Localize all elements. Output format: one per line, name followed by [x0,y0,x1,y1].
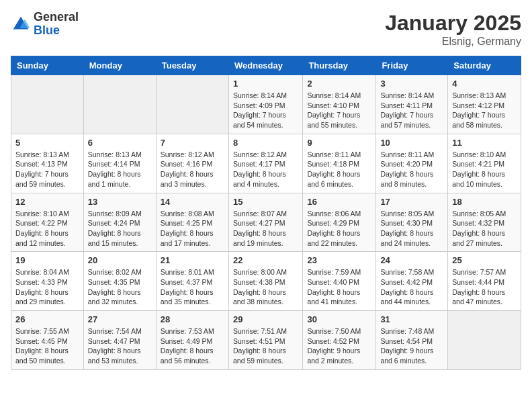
calendar-cell: 25 Sunrise: 7:57 AMSunset: 4:44 PMDaylig… [448,252,521,311]
day-detail: Sunrise: 7:50 AMSunset: 4:52 PMDaylight:… [307,326,371,366]
calendar-week-row: 26 Sunrise: 7:55 AMSunset: 4:45 PMDaylig… [11,311,521,370]
day-detail: Sunrise: 7:53 AMSunset: 4:49 PMDaylight:… [161,326,224,366]
day-number: 13 [88,197,152,207]
weekday-header: Tuesday [156,56,228,75]
calendar-cell: 22 Sunrise: 8:00 AMSunset: 4:38 PMDaylig… [228,252,302,311]
day-number: 31 [380,314,443,324]
day-number: 14 [161,197,224,207]
day-number: 19 [15,255,79,265]
calendar-cell: 14 Sunrise: 8:08 AMSunset: 4:25 PMDaylig… [156,193,228,252]
weekday-header: Monday [83,56,156,75]
day-detail: Sunrise: 8:06 AMSunset: 4:29 PMDaylight:… [307,209,371,248]
day-detail: Sunrise: 8:02 AMSunset: 4:35 PMDaylight:… [88,267,152,307]
day-number: 15 [233,197,298,207]
day-detail: Sunrise: 8:13 AMSunset: 4:13 PMDaylight:… [15,150,79,189]
logo: General Blue [11,11,79,38]
calendar-table: SundayMondayTuesdayWednesdayThursdayFrid… [11,56,521,370]
logo-icon [11,14,31,34]
day-detail: Sunrise: 7:59 AMSunset: 4:40 PMDaylight:… [307,267,371,307]
day-number: 26 [15,314,79,324]
calendar-cell: 1 Sunrise: 8:14 AMSunset: 4:09 PMDayligh… [228,75,302,134]
calendar-cell: 23 Sunrise: 7:59 AMSunset: 4:40 PMDaylig… [303,252,376,311]
day-detail: Sunrise: 8:12 AMSunset: 4:16 PMDaylight:… [161,150,224,189]
day-detail: Sunrise: 8:11 AMSunset: 4:18 PMDaylight:… [307,150,371,189]
calendar-cell [83,75,156,134]
calendar-cell: 28 Sunrise: 7:53 AMSunset: 4:49 PMDaylig… [156,311,228,370]
day-detail: Sunrise: 7:48 AMSunset: 4:54 PMDaylight:… [380,326,443,366]
day-detail: Sunrise: 8:01 AMSunset: 4:37 PMDaylight:… [161,267,224,307]
day-detail: Sunrise: 8:08 AMSunset: 4:25 PMDaylight:… [161,209,224,248]
calendar-cell: 17 Sunrise: 8:05 AMSunset: 4:30 PMDaylig… [376,193,448,252]
calendar-week-row: 1 Sunrise: 8:14 AMSunset: 4:09 PMDayligh… [11,75,521,134]
calendar-cell: 26 Sunrise: 7:55 AMSunset: 4:45 PMDaylig… [11,311,84,370]
day-detail: Sunrise: 8:14 AMSunset: 4:10 PMDaylight:… [307,91,371,130]
day-detail: Sunrise: 8:11 AMSunset: 4:20 PMDaylight:… [380,150,443,189]
calendar-cell: 7 Sunrise: 8:12 AMSunset: 4:16 PMDayligh… [156,134,228,193]
day-number: 18 [452,197,517,207]
day-detail: Sunrise: 8:05 AMSunset: 4:30 PMDaylight:… [380,209,443,248]
page-header: General Blue January 2025 Elsnig, German… [11,11,521,48]
calendar-cell: 15 Sunrise: 8:07 AMSunset: 4:27 PMDaylig… [228,193,302,252]
calendar-cell: 30 Sunrise: 7:50 AMSunset: 4:52 PMDaylig… [303,311,376,370]
calendar-cell: 19 Sunrise: 8:04 AMSunset: 4:33 PMDaylig… [11,252,84,311]
weekday-header: Wednesday [228,56,302,75]
calendar-week-row: 5 Sunrise: 8:13 AMSunset: 4:13 PMDayligh… [11,134,521,193]
weekday-header-row: SundayMondayTuesdayWednesdayThursdayFrid… [11,56,521,75]
calendar-cell [156,75,228,134]
calendar-cell: 8 Sunrise: 8:12 AMSunset: 4:17 PMDayligh… [228,134,302,193]
day-number: 20 [88,255,152,265]
calendar-cell: 16 Sunrise: 8:06 AMSunset: 4:29 PMDaylig… [303,193,376,252]
day-number: 11 [452,138,517,148]
month-title: January 2025 [385,11,521,36]
day-detail: Sunrise: 8:13 AMSunset: 4:14 PMDaylight:… [88,150,152,189]
day-detail: Sunrise: 8:12 AMSunset: 4:17 PMDaylight:… [233,150,298,189]
day-number: 16 [307,197,371,207]
calendar-cell [11,75,84,134]
calendar-cell: 10 Sunrise: 8:11 AMSunset: 4:20 PMDaylig… [376,134,448,193]
weekday-header: Thursday [303,56,376,75]
day-number: 30 [307,314,371,324]
day-number: 10 [380,138,443,148]
calendar-cell: 12 Sunrise: 8:10 AMSunset: 4:22 PMDaylig… [11,193,84,252]
calendar-week-row: 12 Sunrise: 8:10 AMSunset: 4:22 PMDaylig… [11,193,521,252]
day-number: 29 [233,314,298,324]
day-detail: Sunrise: 8:09 AMSunset: 4:24 PMDaylight:… [88,209,152,248]
day-detail: Sunrise: 7:57 AMSunset: 4:44 PMDaylight:… [452,267,517,307]
calendar-cell: 11 Sunrise: 8:10 AMSunset: 4:21 PMDaylig… [448,134,521,193]
day-detail: Sunrise: 8:07 AMSunset: 4:27 PMDaylight:… [233,209,298,248]
day-detail: Sunrise: 8:04 AMSunset: 4:33 PMDaylight:… [15,267,79,307]
logo-text: General Blue [34,11,79,38]
weekday-header: Sunday [11,56,84,75]
logo-blue-text: Blue [34,24,79,38]
day-detail: Sunrise: 8:10 AMSunset: 4:21 PMDaylight:… [452,150,517,189]
day-detail: Sunrise: 8:10 AMSunset: 4:22 PMDaylight:… [15,209,79,248]
calendar-cell: 27 Sunrise: 7:54 AMSunset: 4:47 PMDaylig… [83,311,156,370]
day-number: 17 [380,197,443,207]
day-number: 24 [380,255,443,265]
day-number: 9 [307,138,371,148]
calendar-cell: 5 Sunrise: 8:13 AMSunset: 4:13 PMDayligh… [11,134,84,193]
day-number: 4 [452,79,517,89]
calendar-cell: 9 Sunrise: 8:11 AMSunset: 4:18 PMDayligh… [303,134,376,193]
day-detail: Sunrise: 7:58 AMSunset: 4:42 PMDaylight:… [380,267,443,307]
calendar-week-row: 19 Sunrise: 8:04 AMSunset: 4:33 PMDaylig… [11,252,521,311]
calendar-cell: 2 Sunrise: 8:14 AMSunset: 4:10 PMDayligh… [303,75,376,134]
calendar-cell: 24 Sunrise: 7:58 AMSunset: 4:42 PMDaylig… [376,252,448,311]
day-number: 23 [307,255,371,265]
day-number: 21 [161,255,224,265]
calendar-cell: 13 Sunrise: 8:09 AMSunset: 4:24 PMDaylig… [83,193,156,252]
day-number: 25 [452,255,517,265]
day-number: 8 [233,138,298,148]
day-detail: Sunrise: 7:54 AMSunset: 4:47 PMDaylight:… [88,326,152,366]
day-detail: Sunrise: 8:13 AMSunset: 4:12 PMDaylight:… [452,91,517,130]
day-detail: Sunrise: 8:14 AMSunset: 4:11 PMDaylight:… [380,91,443,130]
day-number: 6 [88,138,152,148]
calendar-cell [448,311,521,370]
day-detail: Sunrise: 8:05 AMSunset: 4:32 PMDaylight:… [452,209,517,248]
calendar-cell: 21 Sunrise: 8:01 AMSunset: 4:37 PMDaylig… [156,252,228,311]
calendar-cell: 18 Sunrise: 8:05 AMSunset: 4:32 PMDaylig… [448,193,521,252]
logo-general-text: General [34,11,79,24]
day-number: 12 [15,197,79,207]
calendar-cell: 29 Sunrise: 7:51 AMSunset: 4:51 PMDaylig… [228,311,302,370]
location: Elsnig, Germany [385,36,521,48]
